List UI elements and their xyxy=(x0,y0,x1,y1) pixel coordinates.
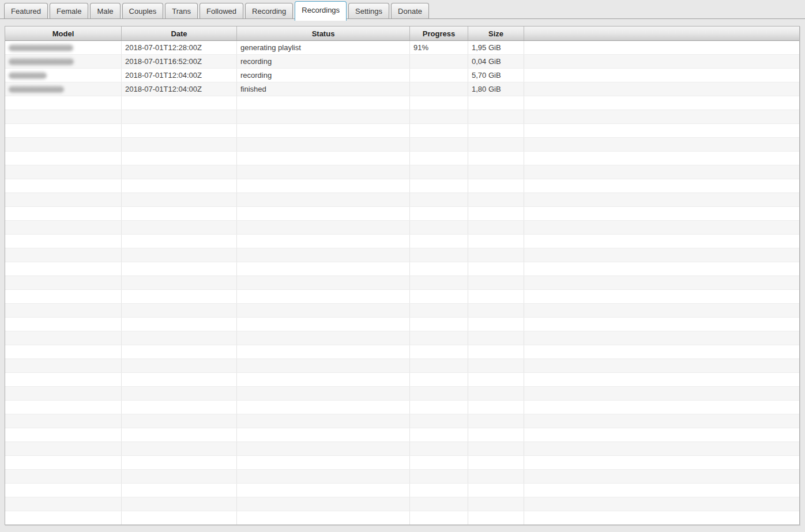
cell-progress xyxy=(410,235,468,248)
cell-size xyxy=(468,96,524,110)
cell-extra xyxy=(524,124,799,137)
cell-model xyxy=(5,207,122,220)
table-row-empty xyxy=(5,276,799,290)
column-header-progress[interactable]: Progress xyxy=(410,27,468,40)
cell-progress: 91% xyxy=(410,41,468,54)
model-name-redacted xyxy=(9,86,64,93)
column-header-model[interactable]: Model xyxy=(5,27,122,40)
cell-model xyxy=(5,193,122,206)
cell-size xyxy=(468,221,524,234)
cell-size xyxy=(468,414,524,428)
tab-donate[interactable]: Donate xyxy=(391,3,429,18)
cell-extra xyxy=(524,165,799,179)
cell-status xyxy=(237,152,410,165)
table-body: 2018-07-01T12:28:00Zgenerating playlist9… xyxy=(5,41,799,525)
cell-status xyxy=(237,96,410,110)
cell-progress xyxy=(410,484,468,497)
tab-recording[interactable]: Recording xyxy=(245,3,293,18)
cell-size xyxy=(468,179,524,193)
table-row-empty xyxy=(5,331,799,345)
model-name-redacted xyxy=(9,44,73,51)
cell-size xyxy=(468,290,524,303)
cell-status xyxy=(237,442,410,455)
cell-date xyxy=(122,165,237,179)
table-row-empty xyxy=(5,290,799,304)
cell-progress xyxy=(410,262,468,276)
cell-date xyxy=(122,179,237,193)
cell-size xyxy=(468,511,524,525)
cell-progress xyxy=(410,497,468,511)
cell-progress xyxy=(410,207,468,220)
cell-size xyxy=(468,152,524,165)
table-row[interactable]: 2018-07-01T12:04:00Zfinished1,80 GiB xyxy=(5,82,799,96)
cell-extra xyxy=(524,276,799,289)
cell-progress xyxy=(410,359,468,372)
cell-extra xyxy=(524,470,799,483)
cell-model xyxy=(5,456,122,469)
tab-trans[interactable]: Trans xyxy=(165,3,198,18)
cell-progress xyxy=(410,152,468,165)
table-row-empty xyxy=(5,387,799,401)
cell-size xyxy=(468,484,524,497)
table-row-empty xyxy=(5,484,799,497)
cell-size xyxy=(468,401,524,414)
cell-date xyxy=(122,401,237,414)
tab-featured[interactable]: Featured xyxy=(4,3,48,18)
table-row-empty xyxy=(5,248,799,262)
cell-progress xyxy=(410,318,468,331)
cell-model xyxy=(5,428,122,442)
cell-model xyxy=(5,124,122,137)
cell-extra xyxy=(524,193,799,206)
cell-size: 1,95 GiB xyxy=(468,41,524,54)
tab-couples[interactable]: Couples xyxy=(122,3,164,18)
cell-date xyxy=(122,484,237,497)
cell-extra xyxy=(524,262,799,276)
table-row-empty xyxy=(5,456,799,470)
cell-date xyxy=(122,442,237,455)
cell-status xyxy=(237,235,410,248)
cell-date: 2018-07-01T12:28:00Z xyxy=(122,41,237,54)
table-row[interactable]: 2018-07-01T12:04:00Zrecording5,70 GiB xyxy=(5,69,799,82)
table-row[interactable]: 2018-07-01T16:52:00Zrecording0,04 GiB xyxy=(5,55,799,69)
cell-size xyxy=(468,345,524,359)
table-row-empty xyxy=(5,221,799,235)
cell-status: finished xyxy=(237,82,410,96)
cell-date xyxy=(122,221,237,234)
cell-progress xyxy=(410,96,468,110)
table-row-empty xyxy=(5,497,799,511)
cell-progress xyxy=(410,193,468,206)
tab-settings[interactable]: Settings xyxy=(348,3,389,18)
column-header-status[interactable]: Status xyxy=(237,27,410,40)
cell-status xyxy=(237,373,410,386)
cell-extra xyxy=(524,55,799,68)
cell-model xyxy=(5,262,122,276)
tab-recordings[interactable]: Recordings xyxy=(295,1,347,21)
cell-progress xyxy=(410,110,468,123)
cell-model xyxy=(5,235,122,248)
table-row-empty xyxy=(5,262,799,276)
table-row[interactable]: 2018-07-01T12:28:00Zgenerating playlist9… xyxy=(5,41,799,55)
cell-date xyxy=(122,248,237,262)
table-row-empty xyxy=(5,373,799,387)
table-row-empty xyxy=(5,442,799,456)
tab-female[interactable]: Female xyxy=(50,3,88,18)
cell-date xyxy=(122,304,237,317)
tab-male[interactable]: Male xyxy=(90,3,120,18)
tab-followed[interactable]: Followed xyxy=(200,3,243,18)
cell-model xyxy=(5,331,122,345)
cell-model xyxy=(5,138,122,151)
cell-size xyxy=(468,207,524,220)
cell-extra xyxy=(524,442,799,455)
cell-extra xyxy=(524,373,799,386)
cell-extra xyxy=(524,456,799,469)
cell-extra xyxy=(524,82,799,96)
column-header-size[interactable]: Size xyxy=(468,27,524,40)
column-header-date[interactable]: Date xyxy=(122,27,237,40)
table-row-empty xyxy=(5,359,799,373)
cell-date xyxy=(122,456,237,469)
column-header-extra[interactable] xyxy=(524,27,799,40)
cell-extra xyxy=(524,152,799,165)
cell-model xyxy=(5,165,122,179)
table-row-empty xyxy=(5,193,799,207)
cell-progress xyxy=(410,456,468,469)
